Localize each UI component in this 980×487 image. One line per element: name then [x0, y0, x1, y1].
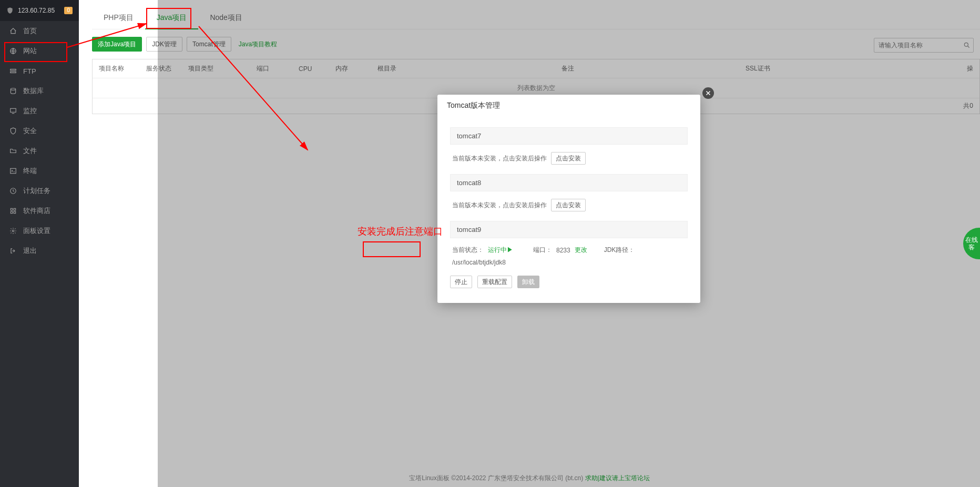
sidebar-item-logout[interactable]: 退出 — [0, 241, 79, 261]
logout-icon — [8, 247, 18, 255]
reload-config-button[interactable]: 重载配置 — [477, 276, 512, 288]
version-block-tomcat7: tomcat7 当前版本未安装，点击安装后操作 点击安装 — [450, 127, 688, 169]
add-java-project-button[interactable]: 添加Java项目 — [92, 37, 142, 52]
terminal-icon — [8, 167, 18, 175]
version-name: tomcat8 — [450, 174, 688, 191]
sidebar-item-label: 计划任务 — [23, 186, 50, 196]
sidebar-item-label: FTP — [23, 67, 36, 75]
sidebar-item-home[interactable]: 首页 — [0, 21, 79, 41]
sidebar-item-label: 数据库 — [23, 86, 44, 96]
sidebar-item-files[interactable]: 文件 — [0, 141, 79, 161]
globe-icon — [8, 47, 18, 55]
status-value: 运行中▶ — [488, 246, 513, 255]
ftp-icon — [8, 67, 18, 75]
modal-title: Tomcat版本管理 — [437, 95, 700, 117]
version-block-tomcat8: tomcat8 当前版本未安装，点击安装后操作 点击安装 — [450, 174, 688, 216]
sidebar-item-ftp[interactable]: FTP — [0, 61, 79, 81]
svg-point-3 — [11, 88, 15, 90]
version-status: 当前版本未安装，点击安装后操作 — [452, 201, 547, 210]
modal-close-button[interactable] — [702, 87, 714, 99]
version-name: tomcat7 — [450, 127, 688, 145]
modal-overlay: Tomcat版本管理 tomcat7 当前版本未安装，点击安装后操作 点击安装 … — [158, 0, 980, 487]
clock-icon — [8, 187, 18, 195]
svg-point-11 — [12, 230, 14, 232]
notification-badge[interactable]: 0 — [64, 7, 73, 14]
svg-rect-9 — [11, 211, 13, 214]
shield-icon — [6, 7, 14, 14]
sidebar-item-settings[interactable]: 面板设置 — [0, 221, 79, 241]
sidebar-item-label: 终端 — [23, 166, 37, 176]
folder-icon — [8, 147, 18, 155]
sidebar-item-cron[interactable]: 计划任务 — [0, 181, 79, 201]
gear-icon — [8, 227, 18, 235]
sidebar-item-label: 文件 — [23, 146, 37, 156]
sidebar-item-security[interactable]: 安全 — [0, 121, 79, 141]
sidebar-item-label: 网站 — [23, 46, 37, 56]
sidebar-item-appstore[interactable]: 软件商店 — [0, 201, 79, 221]
sidebar-item-database[interactable]: 数据库 — [0, 81, 79, 101]
install-button[interactable]: 点击安装 — [551, 199, 586, 211]
monitor-icon — [8, 107, 18, 115]
close-icon — [705, 90, 711, 96]
server-ip: 123.60.72.85 — [18, 7, 64, 14]
modal-body: tomcat7 当前版本未安装，点击安装后操作 点击安装 tomcat8 当前版… — [437, 117, 700, 303]
shield-icon — [8, 127, 18, 135]
status-label: 当前状态： — [452, 246, 484, 255]
sidebar-item-label: 监控 — [23, 106, 37, 116]
sidebar-item-label: 退出 — [23, 246, 37, 256]
col-name: 项目名称 — [99, 64, 146, 73]
main-area: PHP项目 Java项目 Node项目 添加Java项目 JDK管理 Tomca… — [79, 0, 980, 487]
jdk-path-value: /usr/local/btjdk/jdk8 — [452, 259, 506, 266]
version-name: tomcat9 — [450, 221, 688, 238]
port-value: 8233 — [556, 247, 570, 254]
sidebar: 123.60.72.85 0 首页 网站 FTP 数据库 监控 安全 文件 终端… — [0, 0, 79, 487]
version-block-tomcat9: tomcat9 当前状态：运行中▶ 端口： 8233 更改 JDK路径： /us… — [450, 221, 688, 288]
tomcat-version-modal: Tomcat版本管理 tomcat7 当前版本未安装，点击安装后操作 点击安装 … — [437, 95, 700, 303]
svg-rect-4 — [11, 108, 16, 112]
home-icon — [8, 27, 18, 35]
apps-icon — [8, 207, 18, 215]
svg-rect-7 — [11, 208, 13, 210]
port-label: 端口： — [533, 246, 552, 255]
svg-rect-10 — [14, 211, 16, 214]
jdk-path-label: JDK路径： — [604, 246, 635, 255]
sidebar-item-terminal[interactable]: 终端 — [0, 161, 79, 181]
sidebar-item-website[interactable]: 网站 — [0, 41, 79, 61]
change-port-link[interactable]: 更改 — [575, 246, 587, 255]
database-icon — [8, 87, 18, 95]
sidebar-item-monitor[interactable]: 监控 — [0, 101, 79, 121]
svg-rect-2 — [11, 72, 16, 73]
install-button[interactable]: 点击安装 — [551, 152, 586, 165]
sidebar-header: 123.60.72.85 0 — [0, 0, 79, 21]
sidebar-item-label: 面板设置 — [23, 226, 50, 236]
svg-rect-5 — [11, 168, 16, 173]
version-status: 当前版本未安装，点击安装后操作 — [452, 154, 547, 163]
sidebar-item-label: 软件商店 — [23, 206, 50, 216]
stop-button[interactable]: 停止 — [450, 276, 472, 288]
sidebar-item-label: 首页 — [23, 26, 37, 36]
svg-rect-1 — [11, 69, 16, 70]
tab-php[interactable]: PHP项目 — [92, 5, 145, 29]
svg-rect-8 — [14, 208, 16, 210]
uninstall-button[interactable]: 卸载 — [517, 276, 539, 288]
sidebar-item-label: 安全 — [23, 126, 37, 136]
